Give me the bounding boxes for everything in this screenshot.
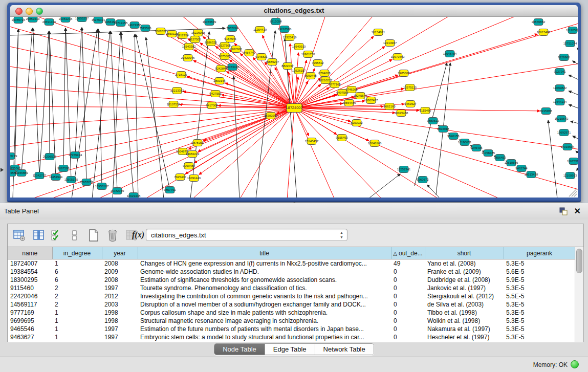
graph-node[interactable]: 9463627 [404,101,417,107]
table-cell[interactable]: 2012 [102,292,138,300]
graph-node[interactable]: 9360672 [417,177,429,183]
column-header-short[interactable]: short [425,247,504,259]
table-settings-icon[interactable] [13,228,26,243]
graph-node[interactable]: 9115460 [420,107,432,114]
graph-node[interactable]: 12342757 [33,172,47,179]
graph-node[interactable]: 9889613 [427,118,439,124]
graph-node[interactable]: 9242844 [215,65,227,72]
table-cell[interactable]: Embryonic stem cells: a model to study s… [138,333,391,341]
table-cell[interactable]: 5.6E-5 [504,268,575,276]
table-cell[interactable]: 1997 [102,284,138,292]
graph-node[interactable]: 10513438 [525,171,538,178]
graph-node[interactable]: 9427552 [209,91,222,97]
table-cell[interactable]: Estimation of the future numbers of pati… [138,325,391,333]
table-row[interactable]: 969969511998Structural magnetic resonanc… [8,317,575,325]
table-cell[interactable]: 18724007 [8,259,52,268]
graph-node[interactable]: 8215958 [540,108,552,115]
table-cell[interactable]: 0 [391,325,425,333]
table-cell[interactable]: 5.3E-5 [504,284,575,292]
graph-node[interactable]: 16154831 [372,29,385,36]
table-cell[interactable]: 1 [52,325,102,333]
graph-node[interactable]: 16782759 [111,188,124,194]
graph-node[interactable]: 6794028 [318,70,331,77]
table-row[interactable]: 1830029562008Estimation of significance … [8,276,575,284]
graph-node[interactable]: 2803144 [213,78,226,84]
close-panel-icon[interactable]: ✕ [574,206,581,216]
table-select-dropdown[interactable]: citations_edges.txt ▲▼ [146,229,347,241]
graph-node[interactable]: 10973493 [391,54,405,60]
table-cell[interactable]: 2 [52,292,102,300]
graph-node[interactable]: 7515526 [139,25,151,32]
graph-node[interactable]: 9662160 [383,103,396,110]
table-cell[interactable]: 5.3E-5 [504,300,575,309]
graph-node[interactable]: 9227341 [554,69,566,75]
table-cell[interactable]: 14569117 [8,300,52,309]
graph-node[interactable]: 7663822 [155,28,167,35]
table-cell[interactable]: 9463627 [8,333,52,341]
table-cell[interactable]: Nakamura et al. (1997) [425,325,504,333]
graph-node[interactable]: 13325419 [283,34,297,41]
graph-node[interactable]: 8454749 [243,50,255,56]
table-cell[interactable]: 5.3E-5 [504,317,575,325]
column-header-in_degree[interactable]: in_degree [52,247,102,259]
graph-node[interactable]: 9127505 [189,36,201,43]
table-cell[interactable]: 1997 [102,325,138,333]
graph-node[interactable]: 17957253 [80,179,94,186]
graph-node[interactable]: 15276021 [92,17,105,24]
tab-node-table[interactable]: Node Table [214,344,265,355]
network-view[interactable]: 2405572420853319206914062105121610655257… [10,17,578,198]
graph-node[interactable]: 11451944 [49,174,63,181]
table-cell[interactable]: 2 [52,284,102,292]
graph-node[interactable]: 24063719 [10,153,17,160]
graph-node[interactable]: 8822037 [281,63,294,70]
table-cell[interactable]: Wolkin et al. (1998) [425,317,504,325]
table-cell[interactable]: 2 [52,300,102,309]
graph-node[interactable]: 12252341 [397,166,411,173]
graph-node[interactable]: 16958107 [95,183,109,190]
graph-node[interactable]: 15692971 [557,129,571,136]
graph-node[interactable]: 8912954 [177,32,189,39]
graph-node[interactable]: 9660128 [166,31,178,37]
graph-node[interactable]: 7955812 [312,60,324,67]
table-cell[interactable]: Tourette syndrome. Phenomenology and cla… [138,284,391,292]
table-cell[interactable]: Jankovic et al. (1997) [425,284,504,292]
graph-node[interactable]: 16091446 [187,175,201,182]
table-cell[interactable]: 9777169 [8,309,52,317]
table-scrollbar-thumb[interactable] [576,249,582,273]
graph-node[interactable]: 12213383 [170,87,184,94]
graph-node[interactable]: 19218586 [278,26,292,33]
graph-node[interactable]: 2367608 [230,46,242,53]
graph-node[interactable]: 20853319 [26,17,40,23]
table-cell[interactable]: 2009 [102,268,138,276]
table-cell[interactable]: 1 [52,259,102,268]
graph-node[interactable]: 9099489 [183,163,195,169]
graph-node[interactable]: 15885207 [266,59,279,65]
new-table-icon[interactable] [87,228,100,243]
graph-node[interactable]: 11675386 [567,158,578,165]
tab-network-table[interactable]: Network Table [315,344,374,355]
graph-node[interactable]: 9097588 [57,165,70,172]
graph-node[interactable]: 9546155 [447,133,460,140]
table-cell[interactable]: 1997 [102,333,138,341]
tab-edge-table[interactable]: Edge Table [265,344,315,355]
table-cell[interactable]: Estimation of significance thresholds fo… [138,276,391,284]
memory-ok-indicator[interactable] [571,360,579,368]
graph-node[interactable]: 10196631 [458,139,472,146]
graph-node[interactable]: 7625402 [174,174,186,181]
graph-node[interactable]: 15145457 [305,138,319,145]
table-cell[interactable]: 0 [391,300,425,309]
graph-node[interactable]: 16053809 [203,19,216,26]
table-cell[interactable]: 1998 [102,317,138,325]
float-panel-icon[interactable] [559,207,568,215]
graph-node[interactable]: 24055724 [12,17,26,24]
graph-node[interactable]: 9777169 [329,81,341,88]
table-cell[interactable]: Stergiakouli et al. (2012) [425,292,504,300]
graph-node[interactable]: 16210643 [555,116,569,122]
table-cell[interactable]: 2003 [102,300,138,309]
graph-node[interactable]: 9157546 [224,36,236,42]
table-cell[interactable]: 9115460 [8,284,52,292]
column-header-year[interactable]: year [102,247,138,259]
table-row[interactable]: 946362711997Embryonic stem cells: a mode… [8,333,575,341]
table-cell[interactable]: 49 [391,259,425,268]
table-cell[interactable]: 5.5E-5 [504,292,575,300]
